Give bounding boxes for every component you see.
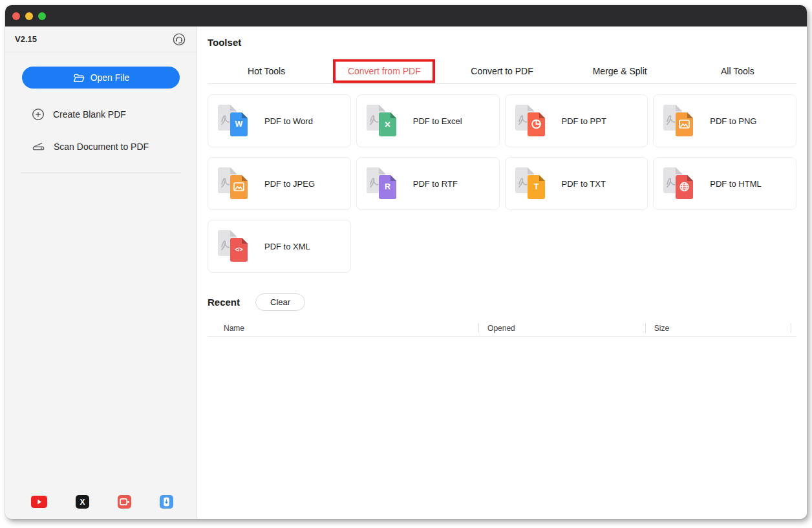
tool-card-grid: W PDF to Word × PDF to Excel PDF to PPT — [208, 94, 796, 273]
pdf-to-ppt-icon — [514, 103, 548, 138]
svg-text:T: T — [533, 182, 539, 191]
svg-text:W: W — [235, 120, 243, 129]
svg-text:X: X — [80, 498, 85, 507]
plus-circle-icon — [32, 108, 45, 121]
titlebar — [5, 5, 807, 26]
tool-card-label: PDF to RTF — [413, 179, 458, 189]
tool-card-label: PDF to TXT — [562, 179, 606, 189]
minimize-window-button[interactable] — [25, 12, 33, 20]
pdf-to-png-icon — [662, 103, 696, 138]
tool-card-label: PDF to JPEG — [264, 179, 315, 189]
sidebar: V2.15 Open File — [5, 26, 197, 519]
pdf-to-txt-icon: T — [514, 166, 548, 201]
tab-label: Convert from PDF — [348, 66, 421, 76]
tool-card-label: PDF to PNG — [710, 116, 756, 126]
tab-merge-split[interactable]: Merge & Split — [561, 66, 679, 76]
x-icon[interactable]: X — [76, 495, 89, 509]
sidebar-header: V2.15 — [5, 26, 197, 52]
tool-card-pdf-to-txt[interactable]: T PDF to TXT — [505, 157, 648, 210]
tab-convert-from-pdf[interactable]: Convert from PDF — [325, 66, 443, 76]
tool-card-label: PDF to HTML — [710, 179, 761, 189]
tool-card-pdf-to-jpeg[interactable]: PDF to JPEG — [208, 157, 351, 210]
scanner-icon — [32, 140, 45, 153]
sidebar-item-label: Scan Document to PDF — [54, 142, 149, 152]
pdf-to-xml-icon: </> — [217, 229, 250, 264]
recent-table-header: Name Opened Size — [208, 320, 796, 337]
svg-text:×: × — [385, 119, 390, 130]
page-title: Toolset — [208, 26, 796, 48]
tool-card-pdf-to-png[interactable]: PDF to PNG — [653, 94, 796, 147]
tool-card-label: PDF to Word — [264, 116, 313, 126]
recent-title: Recent — [208, 297, 240, 308]
tab-all-tools[interactable]: All Tools — [679, 66, 796, 76]
pdf-to-html-icon — [662, 166, 696, 201]
video-icon[interactable] — [118, 495, 131, 509]
open-file-button[interactable]: Open File — [22, 67, 180, 89]
tool-card-label: PDF to PPT — [562, 116, 606, 126]
main-panel: Toolset Hot Tools Convert from PDF Conve… — [197, 26, 807, 519]
tool-card-label: PDF to Excel — [413, 116, 462, 126]
sidebar-item-label: Create Blank PDF — [53, 109, 126, 120]
column-header-size: Size — [645, 320, 796, 336]
tool-card-pdf-to-html[interactable]: PDF to HTML — [653, 157, 796, 210]
tab-hot-tools[interactable]: Hot Tools — [208, 66, 325, 76]
close-window-button[interactable] — [12, 12, 20, 20]
mobile-icon[interactable] — [160, 495, 173, 509]
youtube-icon[interactable] — [31, 496, 47, 508]
pdf-to-rtf-icon: R — [365, 166, 399, 201]
pdf-to-word-icon: W — [217, 103, 250, 138]
toolset-tabs: Hot Tools Convert from PDF Convert to PD… — [208, 59, 796, 84]
sidebar-item-create-blank-pdf[interactable]: Create Blank PDF — [5, 108, 197, 121]
open-file-label: Open File — [91, 72, 130, 83]
tool-card-pdf-to-xml[interactable]: </> PDF to XML — [208, 220, 351, 273]
tool-card-pdf-to-rtf[interactable]: R PDF to RTF — [356, 157, 500, 210]
pdf-to-jpeg-icon — [217, 166, 250, 201]
zoom-window-button[interactable] — [38, 12, 46, 20]
column-header-opened: Opened — [478, 320, 645, 336]
support-headset-icon[interactable] — [172, 32, 186, 47]
tab-convert-to-pdf[interactable]: Convert to PDF — [443, 66, 561, 76]
svg-text:</>: </> — [235, 246, 242, 253]
app-window: V2.15 Open File — [5, 5, 807, 519]
tool-card-pdf-to-word[interactable]: W PDF to Word — [208, 94, 351, 147]
sidebar-item-scan-document[interactable]: Scan Document to PDF — [5, 140, 197, 153]
clear-recent-button[interactable]: Clear — [255, 293, 305, 311]
svg-text:R: R — [385, 182, 390, 191]
column-header-name: Name — [208, 320, 478, 336]
social-links: X — [5, 495, 197, 519]
open-folder-icon — [72, 72, 85, 83]
pdf-to-excel-icon: × — [365, 103, 399, 138]
tool-card-pdf-to-ppt[interactable]: PDF to PPT — [505, 94, 648, 147]
sidebar-divider — [21, 172, 181, 173]
tool-card-pdf-to-excel[interactable]: × PDF to Excel — [356, 94, 500, 147]
tool-card-label: PDF to XML — [264, 242, 310, 251]
app-version-label: V2.15 — [15, 34, 37, 44]
